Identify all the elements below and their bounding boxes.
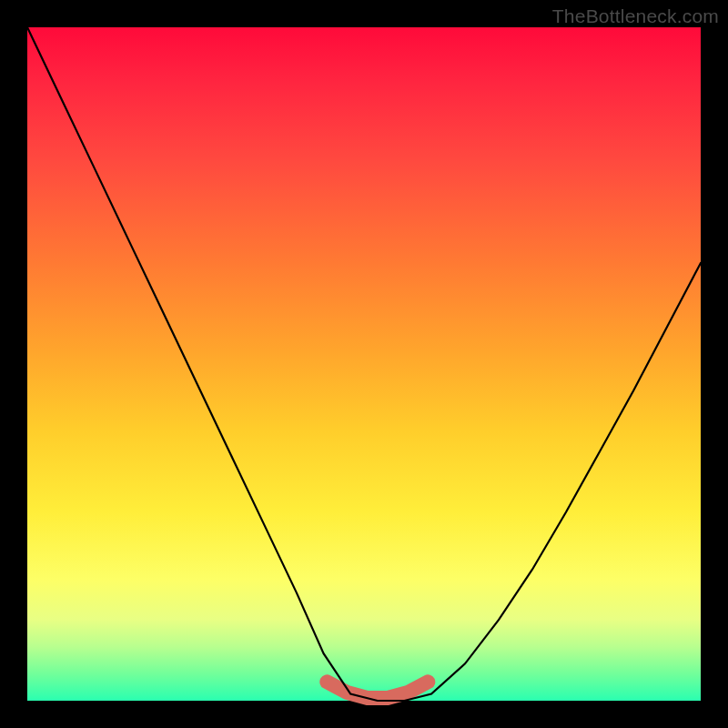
optimal-range-highlight xyxy=(327,682,428,698)
watermark-text: TheBottleneck.com xyxy=(552,5,719,27)
plot-area xyxy=(27,27,701,701)
chart-frame: TheBottleneck.com xyxy=(0,0,728,728)
bottleneck-curve xyxy=(27,27,701,701)
chart-svg xyxy=(27,27,701,701)
